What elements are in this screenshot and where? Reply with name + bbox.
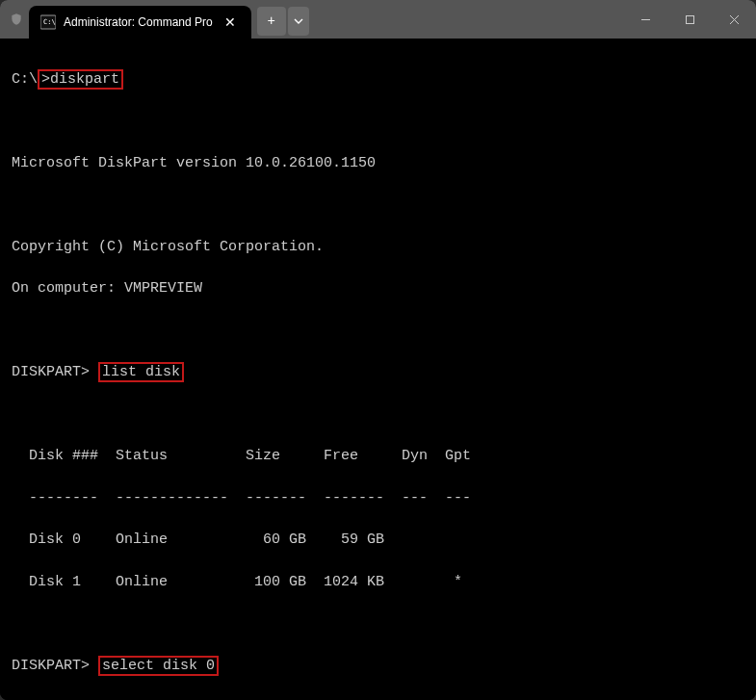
diskpart-prompt: DISKPART> bbox=[12, 364, 98, 380]
cmd-icon: C:\ bbox=[40, 14, 56, 30]
close-window-button[interactable] bbox=[712, 0, 756, 39]
terminal-output[interactable]: C:\>diskpart Microsoft DiskPart version … bbox=[0, 39, 756, 700]
svg-rect-3 bbox=[686, 15, 693, 23]
terminal-line bbox=[12, 321, 746, 342]
maximize-button[interactable] bbox=[667, 0, 712, 39]
disk-table-row: Disk 1 Online 100 GB 1024 KB * bbox=[12, 572, 746, 593]
terminal-line: Microsoft DiskPart version 10.0.26100.11… bbox=[12, 153, 746, 174]
terminal-line bbox=[12, 111, 746, 132]
terminal-line: Copyright (C) Microsoft Corporation. bbox=[12, 237, 746, 258]
highlight-diskpart: >diskpart bbox=[38, 69, 123, 90]
minimize-button[interactable] bbox=[623, 0, 667, 39]
terminal-line bbox=[12, 404, 746, 426]
window-controls bbox=[623, 0, 756, 39]
terminal-line: DISKPART> select disk 0 bbox=[12, 656, 746, 677]
active-tab[interactable]: C:\ Administrator: Command Pro ✕ bbox=[29, 6, 251, 39]
disk-table-row: Disk 0 Online 60 GB 59 GB bbox=[12, 530, 746, 551]
titlebar[interactable]: C:\ Administrator: Command Pro ✕ + bbox=[0, 0, 756, 39]
terminal-line bbox=[12, 194, 746, 216]
disk-table-divider: -------- ------------- ------- ------- -… bbox=[12, 488, 746, 509]
terminal-line bbox=[12, 613, 746, 635]
highlight-select-disk: select disk 0 bbox=[98, 656, 219, 676]
disk-table-header: Disk ### Status Size Free Dyn Gpt bbox=[12, 446, 746, 467]
terminal-line: C:\>diskpart bbox=[12, 69, 746, 91]
svg-text:C:\: C:\ bbox=[43, 18, 56, 26]
tab-title: Administrator: Command Pro bbox=[64, 15, 213, 29]
highlight-list-disk: list disk bbox=[98, 362, 184, 382]
tab-dropdown-button[interactable] bbox=[288, 7, 309, 36]
diskpart-prompt: DISKPART> bbox=[12, 658, 98, 674]
initial-prompt: C:\ bbox=[12, 71, 38, 88]
new-tab-button[interactable]: + bbox=[257, 7, 286, 36]
terminal-line: DISKPART> list disk bbox=[12, 362, 746, 383]
tab-actions: + bbox=[257, 4, 309, 36]
shield-icon bbox=[8, 13, 25, 26]
terminal-window: C:\ Administrator: Command Pro ✕ + C:\>d… bbox=[0, 0, 756, 700]
terminal-line: On computer: VMPREVIEW bbox=[12, 278, 746, 299]
tab-close-button[interactable]: ✕ bbox=[221, 13, 240, 32]
